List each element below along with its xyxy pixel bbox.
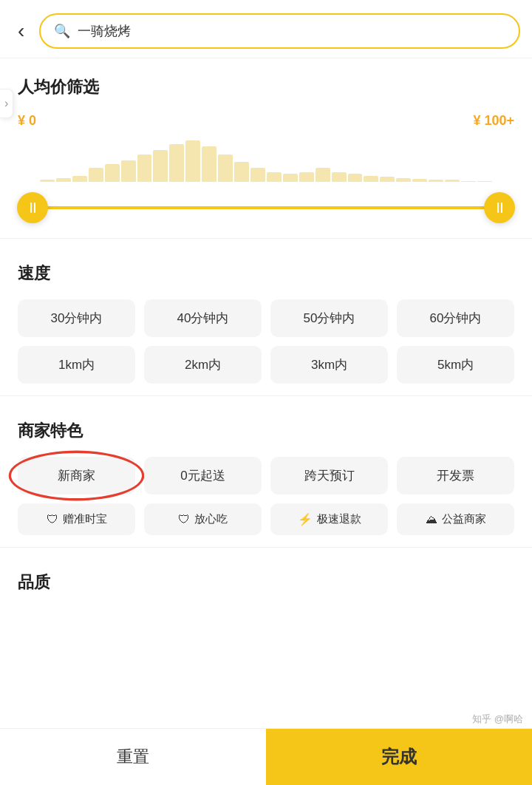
quality-section: 品质 xyxy=(0,554,532,614)
search-icon: 🔍 xyxy=(54,23,70,39)
histogram-bar xyxy=(332,172,347,182)
price-range-header: ¥ 0 ¥ 100+ xyxy=(18,113,514,129)
speed-filter-button[interactable]: 40分钟内 xyxy=(144,299,262,337)
histogram-bar xyxy=(461,181,476,182)
histogram-bar xyxy=(153,150,168,182)
side-arrow-button[interactable]: › xyxy=(0,89,13,118)
histogram-bar xyxy=(185,140,200,182)
speed-filter-button[interactable]: 30分钟内 xyxy=(18,299,135,337)
merchant-row2: 🛡赠准时宝🛡放心吃⚡极速退款⛰公益商家 xyxy=(18,503,514,535)
circle-annotation xyxy=(9,451,145,501)
speed-buttons-grid: 30分钟内40分钟内50分钟内60分钟内1km内2km内3km内5km内 xyxy=(18,299,514,384)
histogram-bar xyxy=(348,174,363,182)
thumb-lines-left xyxy=(30,203,35,213)
thumb-line xyxy=(497,203,499,213)
slider-track xyxy=(33,206,499,209)
histogram-bars xyxy=(18,137,514,182)
histogram-bar xyxy=(283,174,298,182)
histogram-bar xyxy=(250,168,265,182)
speed-filter-button[interactable]: 2km内 xyxy=(144,346,262,384)
thumb-line xyxy=(34,203,35,213)
histogram-bar xyxy=(40,180,55,182)
merchant-feature-button[interactable]: 开发票 xyxy=(397,457,514,495)
histogram-bar xyxy=(218,154,233,182)
histogram-bar xyxy=(56,178,71,182)
histogram-bar xyxy=(72,176,87,182)
slider-thumb-right[interactable] xyxy=(484,192,515,223)
thumb-line xyxy=(30,203,32,213)
price-filter-section: 人均价筛选 ¥ 0 ¥ 100+ xyxy=(0,58,532,232)
speed-filter-button[interactable]: 1km内 xyxy=(18,346,135,384)
histogram-bar xyxy=(412,179,427,182)
merchant-icon-feature-button[interactable]: 🛡赠准时宝 xyxy=(18,503,135,535)
merchant-icon-feature-button[interactable]: ⚡极速退款 xyxy=(270,503,388,535)
histogram-bar xyxy=(89,168,103,182)
divider-3 xyxy=(0,547,532,548)
histogram-bar xyxy=(137,154,152,182)
watermark: 知乎 @啊哈 xyxy=(472,713,523,726)
speed-title: 速度 xyxy=(18,262,514,285)
histogram-bar xyxy=(105,164,120,182)
speed-filter-button[interactable]: 60分钟内 xyxy=(397,299,514,337)
histogram-bar xyxy=(234,162,249,182)
feature-icon-label: 公益商家 xyxy=(442,512,486,526)
price-filter-title: 人均价筛选 xyxy=(18,76,514,98)
divider-2 xyxy=(0,395,532,396)
histogram-bar xyxy=(202,146,216,182)
histogram-bar xyxy=(396,178,411,182)
speed-filter-button[interactable]: 5km内 xyxy=(397,346,514,384)
feature-icon-label: 放心吃 xyxy=(194,512,228,526)
histogram-bar xyxy=(429,180,443,182)
merchant-row1: 新商家0元起送跨天预订开发票 xyxy=(18,457,514,495)
histogram-bar xyxy=(267,172,282,182)
search-text: 一骑烧烤 xyxy=(78,22,131,40)
feature-icon-label: 赠准时宝 xyxy=(63,512,107,526)
top-bar: ‹ 🔍 一骑烧烤 xyxy=(0,0,532,58)
histogram-bar xyxy=(169,144,184,182)
feature-icon: ⛰ xyxy=(426,513,437,526)
back-button[interactable]: ‹ xyxy=(12,18,30,44)
price-slider[interactable] xyxy=(18,189,514,226)
histogram-bar xyxy=(364,176,378,182)
merchant-icon-feature-button[interactable]: ⛰公益商家 xyxy=(397,503,514,535)
divider-1 xyxy=(0,238,532,239)
feature-icon: 🛡 xyxy=(178,513,190,526)
merchant-feature-button[interactable]: 新商家 xyxy=(18,457,135,495)
price-max-label: ¥ 100+ xyxy=(473,113,514,129)
histogram-bar xyxy=(299,172,314,182)
histogram-bar xyxy=(445,180,460,182)
merchant-feature-button[interactable]: 0元起送 xyxy=(144,457,262,495)
feature-icon: ⚡ xyxy=(298,512,313,526)
merchant-icon-feature-button[interactable]: 🛡放心吃 xyxy=(144,503,262,535)
histogram-bar xyxy=(380,177,395,182)
merchant-title: 商家特色 xyxy=(18,420,514,442)
thumb-lines-right xyxy=(497,203,502,213)
histogram-bar xyxy=(316,168,330,182)
histogram-bar xyxy=(477,181,492,182)
histogram xyxy=(18,137,514,197)
feature-icon-label: 极速退款 xyxy=(317,512,361,526)
reset-button[interactable]: 重置 xyxy=(0,729,266,785)
merchant-feature-button[interactable]: 跨天预订 xyxy=(270,457,388,495)
bottom-bar: 重置 完成 xyxy=(0,728,532,785)
slider-thumb-left[interactable] xyxy=(17,192,48,223)
quality-title: 品质 xyxy=(18,571,514,594)
search-box[interactable]: 🔍 一骑烧烤 xyxy=(39,13,520,49)
histogram-bar xyxy=(121,160,136,182)
confirm-button[interactable]: 完成 xyxy=(266,729,532,785)
merchant-section: 商家特色 新商家0元起送跨天预订开发票 🛡赠准时宝🛡放心吃⚡极速退款⛰公益商家 xyxy=(0,402,532,541)
speed-filter-button[interactable]: 50分钟内 xyxy=(270,299,388,337)
speed-filter-button[interactable]: 3km内 xyxy=(270,346,388,384)
price-min-label: ¥ 0 xyxy=(18,113,36,129)
thumb-line xyxy=(501,203,502,213)
speed-section: 速度 30分钟内40分钟内50分钟内60分钟内1km内2km内3km内5km内 xyxy=(0,245,532,390)
feature-icon: 🛡 xyxy=(47,513,58,526)
